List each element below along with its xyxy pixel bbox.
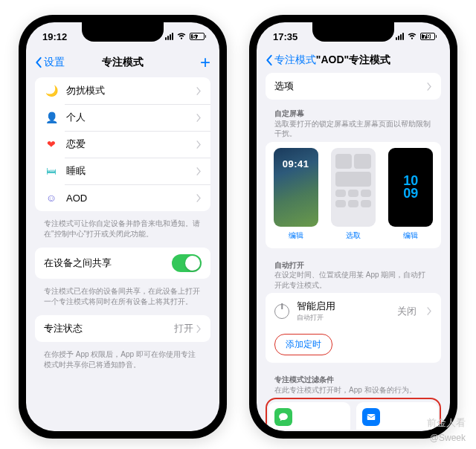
chevron-right-icon — [427, 83, 432, 91]
mode-personal[interactable]: 👤 个人 — [35, 104, 210, 131]
chevron-right-icon — [196, 87, 202, 95]
chevron-right-icon — [196, 167, 202, 175]
watermark: @Sweek — [430, 433, 466, 443]
status-footer: 在你授予 App 权限后，App 即可在你使用专注模式时共享你已将通知静音。 — [35, 346, 210, 378]
page-title: "AOD"专注模式 — [316, 54, 390, 67]
bed-icon: 🛏 — [44, 165, 59, 177]
wifi-icon — [407, 33, 417, 40]
back-button[interactable]: 专注模式 — [266, 54, 316, 67]
battery-icon: 57 — [190, 33, 207, 40]
smile-icon: ☺ — [44, 192, 59, 204]
back-label: 专注模式 — [274, 54, 316, 67]
messages-icon — [274, 408, 292, 426]
custom-screens-header: 自定屏幕 选取要打开的锁定屏幕或主屏幕页面以帮助限制干扰。 — [266, 101, 441, 142]
signal-icon — [165, 33, 173, 40]
back-label: 设置 — [44, 56, 65, 69]
chevron-right-icon — [196, 325, 202, 333]
share-footer: 专注模式已在你的设备间共享，在此设备上打开一个专注模式将同时在所有设备上将其打开… — [35, 283, 210, 315]
battery-icon: 79 — [420, 33, 437, 40]
watch-face-option[interactable]: 1009 编辑 — [388, 148, 433, 241]
focus-modes-list: 🌙 勿扰模式 👤 个人 ❤ 恋爱 🛏 — [35, 77, 210, 211]
heart-icon: ❤ — [44, 138, 59, 150]
filter-messages[interactable]: 信息 过滤对话 — [268, 402, 350, 430]
page-title: 专注模式 — [102, 56, 144, 69]
mode-do-not-disturb[interactable]: 🌙 勿扰模式 — [35, 77, 210, 104]
notch — [82, 22, 164, 42]
person-icon: 👤 — [44, 112, 59, 123]
share-toggle[interactable] — [172, 254, 202, 272]
home-screen-option[interactable]: 选取 — [331, 148, 376, 241]
phone-right: 17:35 79 专注模式 "AOD"专注模式 — [249, 15, 457, 439]
notch — [312, 22, 394, 42]
back-button[interactable]: 设置 — [35, 56, 65, 69]
chevron-left-icon — [35, 56, 42, 68]
smart-activation[interactable]: 智能启用 自动打开 关闭 — [266, 293, 441, 329]
filter-header: 专注模式过滤条件 在此专注模式打开时，App 和设备的行为。 — [266, 367, 441, 398]
focus-filters: 信息 过滤对话 过滤收件箱 打开其他1个 — [266, 398, 441, 430]
watermark-brand: 前金人看 — [427, 416, 466, 430]
focus-status[interactable]: 专注状态 打开 — [35, 315, 210, 342]
filter-mail[interactable]: 过滤收件箱 打开其他1个 — [356, 402, 438, 430]
status-time: 19:12 — [42, 31, 67, 42]
mode-aod[interactable]: ☺ AOD — [35, 184, 210, 211]
mail-icon — [362, 408, 380, 426]
options-row[interactable]: 选项 — [266, 73, 441, 100]
chevron-right-icon — [196, 140, 202, 149]
status-time: 17:35 — [273, 31, 298, 42]
chevron-right-icon — [196, 114, 202, 122]
modes-footer: 专注模式可让你自定设备并静音来电和通知。请在"控制中心"打开或关闭此功能。 — [35, 216, 210, 248]
lock-screen-option[interactable]: 09:41 编辑 — [274, 148, 318, 241]
chevron-right-icon — [196, 194, 202, 202]
svg-rect-0 — [367, 414, 376, 420]
phone-left: 19:12 57 设置 专注模式 + — [19, 15, 227, 439]
signal-icon — [396, 33, 404, 40]
mode-sleep[interactable]: 🛏 睡眠 — [35, 158, 210, 184]
mode-love[interactable]: ❤ 恋爱 — [35, 131, 210, 158]
wifi-icon — [176, 33, 187, 40]
chevron-left-icon — [266, 54, 273, 66]
auto-on-header: 自动打开 在设定时间、位置或使用某 App 期间，自动打开此专注模式。 — [266, 253, 441, 294]
add-schedule-button[interactable]: 添加定时 — [274, 334, 332, 355]
power-icon — [274, 304, 289, 319]
screen-customization: 09:41 编辑 选取 — [266, 142, 441, 248]
lock-screen-time: 09:41 — [274, 148, 318, 169]
moon-icon: 🌙 — [44, 85, 59, 97]
share-across-devices[interactable]: 在设备之间共享 — [35, 248, 210, 279]
nav-bar: 设置 专注模式 + — [26, 51, 219, 77]
nav-bar: 专注模式 "AOD"专注模式 — [257, 51, 450, 73]
add-button[interactable]: + — [200, 54, 210, 71]
watch-digits: 1009 — [403, 175, 418, 198]
chevron-right-icon — [427, 307, 432, 315]
